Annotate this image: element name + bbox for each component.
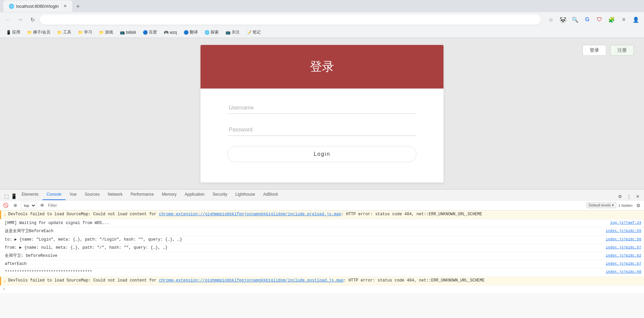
tab-performance[interactable]: Performance bbox=[127, 190, 158, 200]
bookmark-study-label: 学习 bbox=[84, 29, 92, 35]
log-source-aftereach[interactable]: index.js?a18c:67 bbox=[606, 261, 641, 267]
default-levels-button[interactable]: Default levels ▾ bbox=[586, 202, 616, 208]
bookmark-follow-icon: 📺 bbox=[225, 30, 231, 35]
devtools-settings-icon[interactable]: ⚙ bbox=[616, 193, 624, 200]
translate-g-icon[interactable]: G bbox=[583, 15, 592, 24]
login-card-header: 登录 bbox=[200, 45, 444, 89]
log-source-beforeeach[interactable]: index.js?a18c:55 bbox=[606, 228, 641, 234]
password-input[interactable] bbox=[227, 124, 417, 136]
tab-memory[interactable]: Memory bbox=[158, 190, 181, 200]
filter-input[interactable] bbox=[48, 202, 584, 209]
default-levels-label: Default levels ▾ bbox=[589, 203, 614, 207]
log-text-to: to: ▶ {name: "Login", meta: {…}, path: "… bbox=[5, 237, 606, 243]
context-select[interactable]: top bbox=[21, 202, 36, 209]
console-prompt-line[interactable]: › bbox=[0, 286, 644, 293]
active-tab[interactable]: 🌐 localhost:8080/#/login ✕ bbox=[3, 0, 72, 12]
tab-elements[interactable]: Elements bbox=[18, 190, 43, 200]
show-live-expression-icon[interactable]: 👁 bbox=[38, 202, 46, 209]
bookmark-star-icon[interactable]: ☆ bbox=[546, 15, 556, 24]
bookmark-explore[interactable]: 🌐 探索 bbox=[202, 28, 221, 36]
bookmark-apps-label: 应用 bbox=[12, 29, 20, 35]
tab-memory-label: Memory bbox=[162, 192, 177, 197]
tab-application-label: Application bbox=[185, 192, 205, 197]
log-source-from[interactable]: index.js?a18c:57 bbox=[606, 245, 641, 251]
reload-button[interactable]: ↻ bbox=[28, 15, 37, 24]
bookmark-games-folder-icon: 📁 bbox=[99, 30, 104, 35]
new-tab-btn[interactable]: ＋ bbox=[75, 2, 81, 10]
bookmark-follow[interactable]: 📺 关注 bbox=[223, 28, 242, 36]
tab-lighthouse[interactable]: Lighthouse bbox=[231, 190, 259, 200]
log-source-hmr[interactable]: log.js?7aaf:24 bbox=[610, 220, 641, 226]
tab-close-icon[interactable]: ✕ bbox=[63, 4, 67, 8]
bookmark-baidu-label: 百度 bbox=[149, 29, 157, 35]
bookmark-explore-icon: 🌐 bbox=[205, 30, 210, 35]
devtools-close-icon[interactable]: ✕ bbox=[634, 193, 641, 200]
log-line-beforeeach: 这是全局守卫BeforeEach index.js?a18c:55 bbox=[0, 227, 644, 236]
bookmark-study-folder-icon: 📁 bbox=[78, 30, 83, 35]
log-line-hmr: [HMR] Waiting for update signal from WDS… bbox=[0, 219, 644, 227]
bookmark-baidu[interactable]: 🔵 百度 bbox=[140, 28, 160, 36]
tab-bar: 🌐 localhost:8080/#/login ✕ ＋ bbox=[0, 0, 644, 12]
bookmark-wzq[interactable]: 🎮 wzq bbox=[161, 29, 180, 36]
panda-icon[interactable]: 🐼 bbox=[558, 15, 568, 24]
bookmark-bilibili-label: bilibili bbox=[126, 30, 136, 35]
address-bar[interactable]: localhost:8080/#/login bbox=[40, 15, 541, 25]
tab-network[interactable]: Network bbox=[104, 190, 127, 200]
bookmark-ladder[interactable]: 📁 梯子/会员 bbox=[24, 28, 53, 36]
console-settings-icon[interactable]: ⚙ bbox=[635, 202, 642, 209]
bookmark-notes-label: 笔记 bbox=[252, 29, 261, 35]
log-line-aftereach: afterEach index.js?a18c:67 bbox=[0, 260, 644, 268]
username-input[interactable] bbox=[227, 102, 417, 114]
login-nav-button[interactable]: 登录 bbox=[583, 45, 606, 56]
login-card-body: Login bbox=[200, 89, 444, 182]
login-card-title: 登录 bbox=[214, 58, 430, 75]
tab-sources-label: Sources bbox=[85, 192, 100, 197]
forward-button[interactable]: → bbox=[16, 15, 25, 24]
login-submit-button[interactable]: Login bbox=[227, 146, 417, 162]
tab-vue[interactable]: Vue bbox=[65, 190, 81, 200]
bookmark-games-label: 游戏 bbox=[105, 29, 113, 35]
puzzle-icon[interactable]: 🧩 bbox=[607, 15, 616, 24]
nav-bar: ← → ↻ localhost:8080/#/login ☆ 🐼 🔍 G 🛡 🧩… bbox=[0, 12, 644, 27]
tab-security[interactable]: Security bbox=[209, 190, 231, 200]
bookmark-translate[interactable]: 🔵 翻译 bbox=[181, 28, 200, 36]
log-text-from: from: ▶ {name: null, meta: {…}, path: "/… bbox=[5, 245, 606, 251]
log-line-to: to: ▶ {name: "Login", meta: {…}, path: "… bbox=[0, 236, 644, 244]
devtools-responsive-icon[interactable]: 📱 bbox=[10, 193, 18, 200]
warning-icon-1: ⚠ bbox=[4, 212, 6, 218]
devtools-more-icon[interactable]: ⋮ bbox=[625, 193, 633, 200]
bookmark-ladder-label: 梯子/会员 bbox=[33, 29, 50, 35]
hidden-count-badge: 1 hidden bbox=[618, 203, 633, 207]
log-source-stars[interactable]: index.js?a18c:68 bbox=[606, 269, 641, 275]
devtools-inspect-icon[interactable]: ⬚ bbox=[3, 193, 10, 200]
bookmark-bilibili[interactable]: 📺 bilibili bbox=[117, 29, 138, 36]
log-source-to[interactable]: index.js?a18c:56 bbox=[606, 237, 641, 243]
adblock-icon[interactable]: 🛡 bbox=[595, 15, 604, 24]
log-source-beforeresolve[interactable]: index.js?a18c:62 bbox=[606, 253, 641, 259]
tab-adblock[interactable]: AdBlock bbox=[259, 190, 282, 200]
log-link-2[interactable]: chrome-extension://gighmmpiobbklfepjocna… bbox=[159, 278, 344, 283]
bookmark-apps[interactable]: 📱 应用 bbox=[3, 28, 23, 36]
search-icon[interactable]: 🔍 bbox=[570, 15, 580, 24]
bookmark-study[interactable]: 📁 学习 bbox=[75, 28, 95, 36]
bookmark-tools-folder-icon: 📁 bbox=[57, 30, 62, 35]
tab-console[interactable]: Console bbox=[43, 190, 65, 200]
bookmark-tools[interactable]: 📁 工具 bbox=[54, 28, 74, 36]
warning-icon-2: ⚠ bbox=[4, 278, 6, 285]
bookmark-explore-label: 探索 bbox=[211, 29, 219, 35]
clear-console-icon[interactable]: 🚫 bbox=[2, 202, 9, 209]
bookmark-games[interactable]: 📁 游戏 bbox=[96, 28, 116, 36]
log-link-1[interactable]: chrome-extension://gighmmpiobbklfepjocna… bbox=[159, 212, 341, 217]
user-avatar[interactable]: 👤 bbox=[631, 15, 641, 24]
tab-performance-label: Performance bbox=[131, 192, 154, 197]
devtools-tab-bar: ⬚ 📱 Elements Console Vue Sources Network… bbox=[0, 190, 644, 200]
bookmark-translate-icon: 🔵 bbox=[184, 30, 189, 35]
bookmark-translate-label: 翻译 bbox=[190, 29, 198, 35]
back-button[interactable]: ← bbox=[3, 15, 13, 24]
bookmark-notes[interactable]: 📝 笔记 bbox=[244, 28, 263, 36]
menu-icon[interactable]: ≡ bbox=[619, 15, 628, 24]
tab-sources[interactable]: Sources bbox=[81, 190, 104, 200]
register-nav-button[interactable]: 注册 bbox=[610, 45, 634, 56]
show-errors-icon[interactable]: ⊗ bbox=[11, 202, 19, 209]
tab-application[interactable]: Application bbox=[181, 190, 209, 200]
